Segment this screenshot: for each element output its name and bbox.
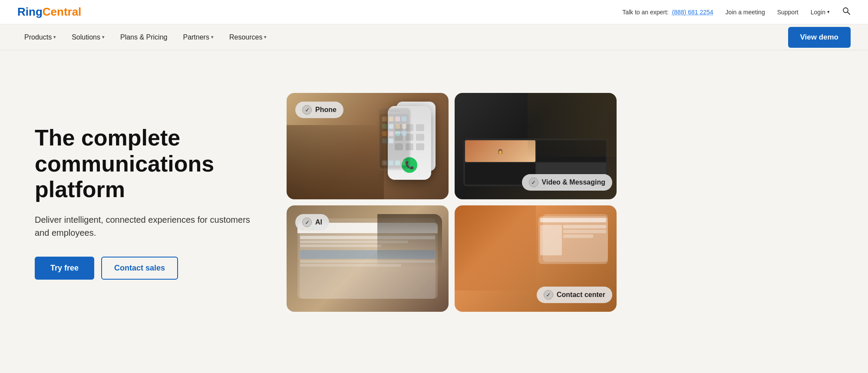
nav-item-solutions[interactable]: Solutions ▾ bbox=[65, 30, 112, 45]
search-button[interactable] bbox=[842, 7, 851, 17]
top-bar: RingCentral Talk to an expert: (888) 681… bbox=[0, 0, 868, 24]
phone-link[interactable]: (888) 681 2254 bbox=[672, 9, 713, 16]
nav-item-products[interactable]: Products ▾ bbox=[17, 30, 63, 45]
hero-subtext: Deliver intelligent, connected experienc… bbox=[35, 213, 261, 239]
search-icon bbox=[842, 7, 851, 15]
nav-item-resources[interactable]: Resources ▾ bbox=[222, 30, 274, 45]
ai-check-icon: ✓ bbox=[302, 218, 312, 227]
ai-badge: ✓ AI bbox=[295, 214, 329, 231]
contact-screen bbox=[538, 216, 608, 264]
login-button[interactable]: Login ▾ bbox=[811, 9, 830, 16]
phone-badge: ✓ Phone bbox=[295, 102, 343, 118]
try-free-button[interactable]: Try free bbox=[35, 257, 94, 280]
ai-card: ✓ AI bbox=[287, 205, 449, 312]
solutions-chevron-icon: ▾ bbox=[102, 34, 105, 40]
logo-ring: Ring bbox=[17, 5, 43, 19]
products-chevron-icon: ▾ bbox=[53, 34, 56, 40]
contact-center-card: ✓ Contact center bbox=[455, 205, 617, 312]
hero-image-grid: 📞 ✓ Phone 👩 bbox=[287, 93, 617, 312]
person-desk bbox=[377, 214, 442, 267]
login-chevron-icon: ▾ bbox=[827, 9, 830, 15]
svg-line-1 bbox=[847, 12, 850, 15]
phone-check-icon: ✓ bbox=[302, 105, 312, 115]
contact-center-badge: ✓ Contact center bbox=[537, 287, 612, 303]
nav-item-plans-pricing[interactable]: Plans & Pricing bbox=[113, 30, 175, 45]
contact-check-icon: ✓ bbox=[544, 290, 553, 300]
nav-item-partners[interactable]: Partners ▾ bbox=[176, 30, 220, 45]
video-badge: ✓ Video & Messaging bbox=[522, 174, 612, 191]
partners-chevron-icon: ▾ bbox=[211, 34, 214, 40]
contact-sales-button[interactable]: Contact sales bbox=[101, 257, 178, 280]
video-check-icon: ✓ bbox=[529, 178, 538, 187]
person-silhouette bbox=[528, 93, 617, 157]
support-link[interactable]: Support bbox=[777, 9, 799, 16]
nav-bar: Products ▾ Solutions ▾ Plans & Pricing P… bbox=[0, 24, 868, 50]
contact-person bbox=[455, 205, 536, 290]
expert-text: Talk to an expert: (888) 681 2254 bbox=[622, 9, 713, 16]
hero-buttons: Try free Contact sales bbox=[35, 257, 261, 280]
logo[interactable]: RingCentral bbox=[17, 5, 81, 19]
phone-card: 📞 ✓ Phone bbox=[287, 93, 449, 199]
resources-chevron-icon: ▾ bbox=[264, 34, 267, 40]
logo-central: Central bbox=[43, 5, 82, 19]
join-meeting-link[interactable]: Join a meeting bbox=[726, 9, 765, 16]
hero-section: The complete communications platform Del… bbox=[0, 50, 868, 354]
hand-bg bbox=[287, 125, 384, 200]
hero-headline: The complete communications platform bbox=[35, 125, 261, 203]
hero-content: The complete communications platform Del… bbox=[35, 125, 261, 280]
video-card: 👩 ✓ Video & Messaging bbox=[455, 93, 617, 199]
view-demo-button[interactable]: View demo bbox=[788, 27, 851, 48]
nav-links: Products ▾ Solutions ▾ Plans & Pricing P… bbox=[17, 30, 788, 45]
phone-mockup: 📞 bbox=[388, 106, 431, 180]
